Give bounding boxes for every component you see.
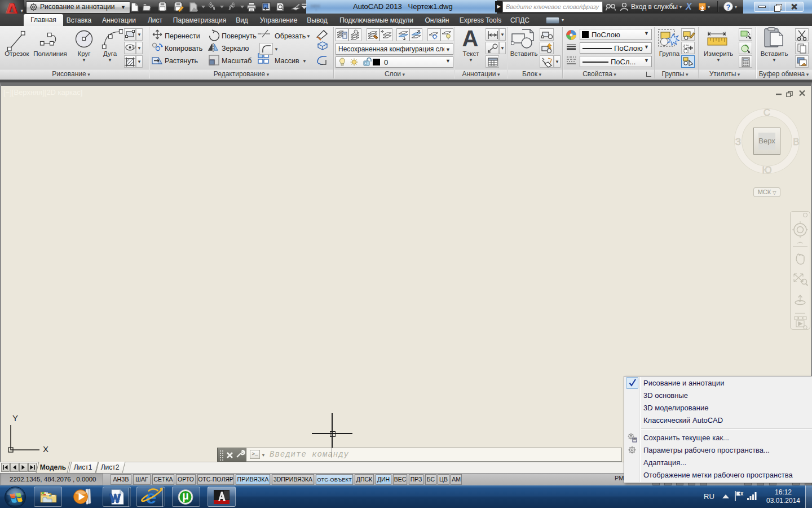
svg-text:X: X <box>43 444 48 454</box>
svg-text:Y: Y <box>12 413 18 423</box>
